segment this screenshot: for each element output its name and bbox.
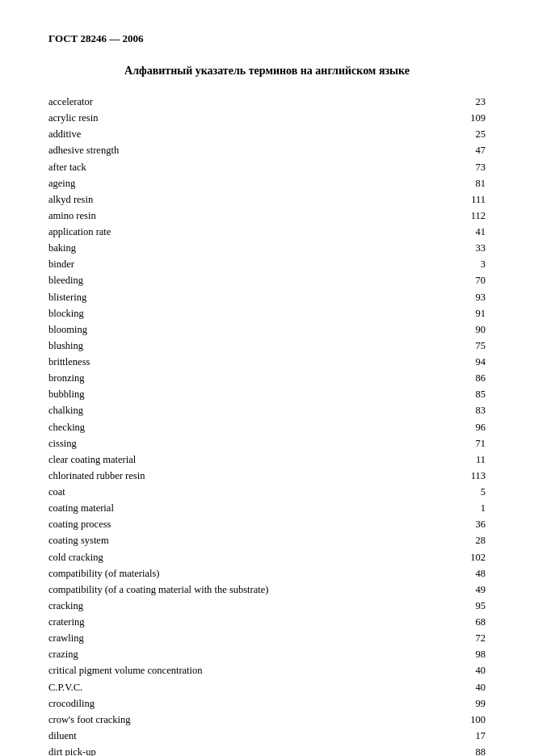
term-cell: bleeding (48, 272, 420, 288)
table-row: crocodiling99 (48, 695, 486, 712)
term-cell: crazing (48, 646, 420, 662)
term-cell: cratering (48, 614, 420, 630)
num-cell: 40 (420, 679, 486, 695)
term-cell: blushing (48, 338, 420, 354)
num-cell: 83 (420, 402, 486, 418)
num-cell: 112 (420, 208, 486, 224)
num-cell: 1 (420, 500, 486, 516)
num-cell: 40 (420, 662, 486, 678)
table-row: adhesive strength47 (48, 142, 486, 158)
num-cell: 36 (420, 516, 486, 532)
num-cell: 99 (420, 695, 486, 712)
table-row: diluent17 (48, 728, 486, 744)
term-cell: amino resin (48, 208, 420, 224)
term-cell: coating system (48, 532, 420, 548)
table-row: compatibility (of materials)48 (48, 565, 486, 582)
table-row: crazing98 (48, 646, 486, 662)
table-row: cissing71 (48, 435, 486, 452)
term-cell: chlorinated rubber resin (48, 468, 420, 484)
table-row: baking33 (48, 240, 486, 256)
term-cell: coating material (48, 500, 420, 516)
num-cell: 71 (420, 435, 486, 452)
term-cell: baking (48, 240, 420, 256)
term-cell: critical pigment volume concentration (48, 662, 420, 678)
table-row: cold cracking102 (48, 549, 486, 565)
table-row: coat5 (48, 484, 486, 500)
term-cell: coat (48, 484, 420, 500)
num-cell: 28 (420, 532, 486, 548)
term-cell: C.P.V.C. (48, 679, 420, 695)
term-cell: additive (48, 126, 420, 142)
table-row: cracking95 (48, 598, 486, 614)
table-row: coating system28 (48, 532, 486, 548)
table-row: coating process36 (48, 516, 486, 532)
num-cell: 49 (420, 582, 486, 598)
num-cell: 109 (420, 110, 486, 126)
num-cell: 94 (420, 354, 486, 370)
page: ГОСТ 28246 — 2006 Алфавитный указатель т… (0, 0, 534, 756)
table-row: bleeding70 (48, 272, 486, 288)
num-cell: 41 (420, 224, 486, 240)
num-cell: 93 (420, 289, 486, 305)
num-cell: 98 (420, 646, 486, 662)
gost-header: ГОСТ 28246 — 2006 (48, 32, 486, 45)
table-row: brittleness94 (48, 354, 486, 370)
table-row: cratering68 (48, 614, 486, 630)
num-cell: 70 (420, 272, 486, 288)
num-cell: 33 (420, 240, 486, 256)
table-row: crawling72 (48, 630, 486, 646)
num-cell: 73 (420, 159, 486, 175)
num-cell: 47 (420, 142, 486, 158)
table-row: clear coating material11 (48, 452, 486, 468)
num-cell: 91 (420, 305, 486, 321)
term-cell: cissing (48, 435, 420, 452)
table-row: blushing75 (48, 338, 486, 354)
table-row: blocking91 (48, 305, 486, 321)
term-cell: crawling (48, 630, 420, 646)
table-row: acrylic resin109 (48, 110, 486, 126)
term-cell: dirt pick-up (48, 744, 420, 756)
term-cell: bronzing (48, 370, 420, 386)
table-row: C.P.V.C.40 (48, 679, 486, 695)
num-cell: 96 (420, 419, 486, 435)
table-row: application rate41 (48, 224, 486, 240)
term-cell: blooming (48, 321, 420, 338)
term-cell: chalking (48, 402, 420, 418)
term-cell: cold cracking (48, 549, 420, 565)
term-cell: accelerator (48, 94, 420, 110)
num-cell: 17 (420, 728, 486, 744)
num-cell: 88 (420, 744, 486, 756)
num-cell: 86 (420, 370, 486, 386)
num-cell: 5 (420, 484, 486, 500)
term-cell: crocodiling (48, 695, 420, 712)
term-cell: acrylic resin (48, 110, 420, 126)
table-row: chalking83 (48, 402, 486, 418)
section-title: Алфавитный указатель терминов на английс… (48, 65, 486, 78)
term-cell: after tack (48, 159, 420, 175)
num-cell: 3 (420, 256, 486, 272)
num-cell: 113 (420, 468, 486, 484)
term-cell: bubbling (48, 386, 420, 402)
term-cell: checking (48, 419, 420, 435)
term-cell: compatibility (of materials) (48, 565, 420, 582)
num-cell: 48 (420, 565, 486, 582)
table-row: bubbling85 (48, 386, 486, 402)
term-cell: adhesive strength (48, 142, 420, 158)
term-cell: cracking (48, 598, 420, 614)
table-row: blistering93 (48, 289, 486, 305)
table-row: checking96 (48, 419, 486, 435)
index-table: accelerator23acrylic resin109additive25a… (48, 94, 486, 756)
num-cell: 72 (420, 630, 486, 646)
num-cell: 75 (420, 338, 486, 354)
term-cell: ageing (48, 175, 420, 191)
num-cell: 111 (420, 191, 486, 208)
num-cell: 100 (420, 712, 486, 728)
table-row: compatibility (of a coating material wit… (48, 582, 486, 598)
term-cell: alkyd resin (48, 191, 420, 208)
table-row: accelerator23 (48, 94, 486, 110)
term-cell: blistering (48, 289, 420, 305)
table-row: chlorinated rubber resin113 (48, 468, 486, 484)
term-cell: diluent (48, 728, 420, 744)
table-row: alkyd resin111 (48, 191, 486, 208)
term-cell: crow's foot cracking (48, 712, 420, 728)
